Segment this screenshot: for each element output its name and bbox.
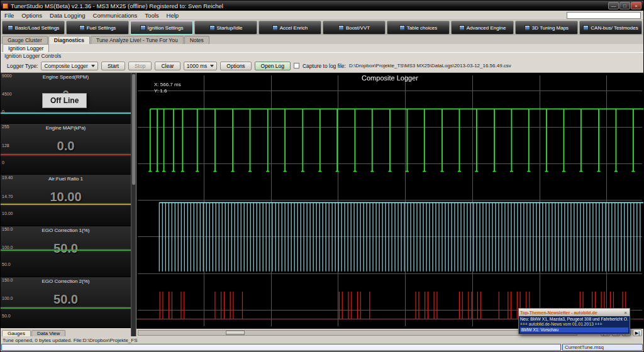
chevron-down-icon (91, 65, 95, 67)
gauge-ego-correction-1: 150.0 EGO Correction 1(%) 100.0 50.0 50.… (1, 226, 131, 277)
interval-value: 1000 ms (187, 63, 208, 69)
capture-to-log-label: Capture to log file: (303, 63, 346, 69)
capture-to-log-checkbox[interactable] (294, 63, 299, 69)
open-log-button[interactable]: Open Log (255, 62, 291, 70)
startup-idle-icon (209, 25, 215, 31)
panel-tabs: Gauges Data View (1, 328, 131, 336)
close-button[interactable]: × (631, 2, 641, 9)
maximize-button[interactable]: □ (619, 2, 630, 9)
sub-tabs: Ignition Logger (1, 44, 643, 52)
content: Off Line 9000 Engine Speed(RPM) 4500 0 0… (1, 73, 643, 336)
menu-help[interactable]: Help (163, 11, 183, 19)
last-page-button[interactable]: ▶| (633, 329, 642, 336)
gauge-scale-min: 50.0 (2, 314, 11, 318)
logger-type-select[interactable]: Composite Logger (41, 62, 97, 70)
tab-gauges[interactable]: Gauges (2, 330, 31, 336)
newsletter-popup: Top-Themen-Newsletter - autobild.de × Ne… (518, 308, 630, 334)
toolbar-button-table-choices[interactable]: Table choices (387, 21, 450, 35)
vertical-scrollbar-thumb[interactable] (132, 74, 135, 185)
gauge-value: 0.0 (1, 139, 131, 153)
menu-options[interactable]: Options (18, 11, 46, 19)
tab-diagnostics[interactable]: Diagnostics (48, 36, 90, 44)
window-title: TunerStudio MS(Beta) v2.1.36 - MS3 MX25 … (11, 3, 608, 9)
gauge-bar (1, 250, 131, 251)
table-choices-icon (399, 25, 405, 31)
menu-file[interactable]: File (1, 11, 18, 19)
toolbar-button-label: Boost/VVT (346, 25, 370, 31)
toolbar-button-advanced-engine[interactable]: Advanced Engine (451, 21, 514, 35)
main-tabs: Gauge Cluster Diagnostics Tune Analyze L… (1, 35, 643, 44)
current-tune-file: CurrentTune.msq (562, 344, 643, 351)
composite-logger-chart[interactable]: Composite Logger X: 566.7 ms Y: 1.6 (136, 73, 643, 329)
minimize-button[interactable]: — (608, 2, 619, 9)
newsletter-line-3[interactable]: BMW X1: Vorschau (520, 327, 628, 333)
newsletter-line-2: +++ autobild.de-News vom 01.01.2013 +++ (520, 322, 628, 327)
tab-data-view[interactable]: Data View (31, 330, 65, 336)
toolbar-button-can-bus-testmodes[interactable]: CAN-bus/ Testmodes (579, 21, 642, 35)
toolbar-button-label: Advanced Engine (467, 25, 506, 31)
toolbar: Basic/Load Settings Fuel Settings Igniti… (1, 20, 643, 35)
options-button[interactable]: Options (220, 62, 251, 70)
toolbar-button-startup-idle[interactable]: Startup/Idle (194, 21, 257, 35)
gauge-scale-min: 0 (2, 160, 4, 165)
tab-notes[interactable]: Notes (184, 36, 209, 44)
app-window: TunerStudio MS(Beta) v2.1.36 - MS3 MX25 … (0, 0, 644, 352)
logger-type-value: Composite Logger (44, 63, 87, 69)
toolbar-button-label: Table choices (407, 25, 437, 31)
gauge-label: Air:Fuel Ratio 1 (1, 176, 131, 182)
search-input[interactable] (567, 12, 641, 19)
toolbar-button-boost-vvt[interactable]: Boost/VVT (323, 21, 386, 35)
stop-button[interactable]: Stop (128, 62, 152, 70)
logger-type-label: Logger Type: (7, 63, 38, 69)
tab-tune-analyze-live[interactable]: Tune Analyze Live! - Tune For You (91, 36, 184, 44)
toolbar-button-accel-enrich[interactable]: Accel Enrich (258, 21, 321, 35)
composite-logger-canvas[interactable] (136, 73, 643, 329)
popup-close-icon[interactable]: × (623, 310, 628, 316)
app-icon (3, 3, 8, 9)
gauge-bar (1, 204, 131, 205)
gauge-afr-1: 19.40 Air:Fuel Ratio 1 14.70 10.00 10.00 (1, 175, 131, 226)
ignition-logger-controls-label: Ignition Logger Controls (1, 52, 643, 59)
toolbar-button-fuel-settings[interactable]: Fuel Settings (66, 21, 129, 35)
menu-data-logging[interactable]: Data Logging (46, 11, 89, 19)
progress-bar (1, 344, 561, 351)
chevron-down-icon (210, 65, 214, 67)
gauge-label: EGO Correction 1(%) (1, 228, 131, 233)
fuel-settings-icon (79, 25, 85, 31)
vertical-scrollbar[interactable] (131, 73, 136, 336)
toolbar-button-basic-load-settings[interactable]: Basic/Load Settings (2, 21, 65, 35)
tab-gauge-cluster[interactable]: Gauge Cluster (2, 36, 48, 44)
interval-select[interactable]: 1000 ms (184, 62, 218, 70)
clear-button[interactable]: Clear (155, 62, 180, 70)
gauge-scale-min: 50.0 (2, 262, 11, 267)
boost-vvt-icon (338, 25, 344, 31)
statusbar: Tune opened, 0 bytes updated. File:D:\Dr… (1, 336, 643, 351)
horizontal-scrollbar[interactable] (138, 330, 577, 336)
can-bus-testmodes-icon (583, 25, 589, 31)
toolbar-button-ignition-settings[interactable]: Ignition Settings (130, 21, 193, 35)
newsletter-popup-header: Top-Themen-Newsletter - autobild.de × (519, 309, 630, 316)
gauge-bar (1, 307, 131, 309)
menu-communications[interactable]: Communications (89, 11, 142, 19)
toolbar-button-label: Basic/Load Settings (15, 25, 60, 31)
start-button[interactable]: Start (101, 62, 125, 70)
cursor-readout: X: 566.7 ms Y: 1.6 (154, 82, 181, 94)
toolbar-button-3d-tuning-maps[interactable]: 3D Tuning Maps (515, 21, 578, 35)
logger-controls: Logger Type: Composite Logger Start Stop… (1, 59, 643, 73)
gauges-panel: Off Line 9000 Engine Speed(RPM) 4500 0 0… (1, 73, 131, 336)
tab-ignition-logger[interactable]: Ignition Logger (3, 44, 49, 52)
newsletter-popup-body[interactable]: Neu: BMW X1, Mazda3, Peugeot 308 und Fah… (519, 316, 630, 334)
offline-badge: Off Line (42, 93, 87, 108)
toolbar-button-label: Fuel Settings (87, 25, 116, 31)
gauge-label: Engine Speed(RPM) (1, 74, 131, 80)
menu-tools[interactable]: Tools (141, 11, 162, 19)
gauge-value: 50.0 (1, 292, 131, 307)
gauges-stack: Off Line 9000 Engine Speed(RPM) 4500 0 0… (1, 73, 131, 328)
newsletter-line-1: Neu: BMW X1, Mazda3, Peugeot 308 und Fah… (520, 317, 628, 322)
accel-enrich-icon (272, 25, 278, 31)
toolbar-button-label: 3D Tuning Maps (532, 25, 569, 31)
advanced-engine-icon (459, 25, 465, 31)
chart-column: Composite Logger X: 566.7 ms Y: 1.6 1 of… (136, 73, 643, 336)
chart-title: Composite Logger (136, 74, 643, 82)
horizontal-scrollbar-thumb[interactable] (226, 331, 245, 335)
